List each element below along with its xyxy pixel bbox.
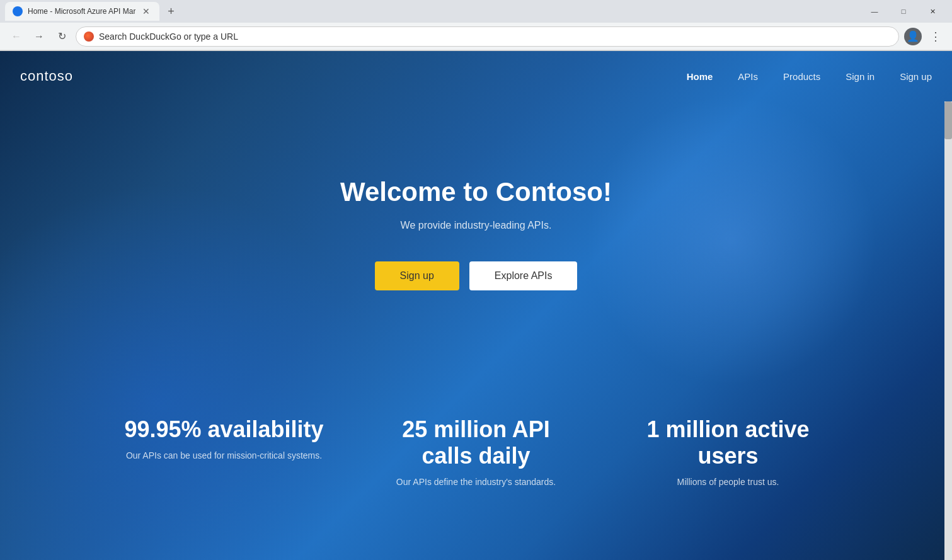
browser-chrome: Home - Microsoft Azure API Mar ✕ + — □ ✕… xyxy=(0,0,952,51)
stat-active-users-desc: Millions of people trust us. xyxy=(628,477,829,487)
title-bar: Home - Microsoft Azure API Mar ✕ + — □ ✕ xyxy=(0,0,952,23)
nav-link-products[interactable]: Products xyxy=(783,71,820,82)
new-tab-button[interactable]: + xyxy=(162,3,180,20)
forward-button[interactable]: → xyxy=(30,28,48,45)
stat-active-users: 1 million active users Millions of peopl… xyxy=(602,404,854,500)
hero-title: Welcome to Contoso! xyxy=(340,177,612,207)
url-bar[interactable]: Search DuckDuckGo or type a URL xyxy=(76,26,899,47)
hero-subtitle: We provide industry-leading APIs. xyxy=(401,220,552,231)
nav-links: Home APIs Products Sign in Sign up xyxy=(687,71,932,82)
minimize-button[interactable]: — xyxy=(860,0,889,23)
url-text: Search DuckDuckGo or type a URL xyxy=(99,31,891,42)
hero-section: Welcome to Contoso! We provide industry-… xyxy=(0,101,952,341)
browser-menu-icon[interactable]: ⋮ xyxy=(927,28,944,45)
nav-link-signin[interactable]: Sign in xyxy=(846,71,875,82)
nav-link-home[interactable]: Home xyxy=(687,71,713,82)
window-controls: — □ ✕ xyxy=(860,0,947,23)
nav-link-apis[interactable]: APIs xyxy=(738,71,758,82)
back-button[interactable]: ← xyxy=(8,28,25,45)
site-navigation: contoso Home APIs Products Sign in Sign … xyxy=(0,51,952,101)
stat-api-calls-number: 25 million API calls daily xyxy=(376,416,577,469)
refresh-button[interactable]: ↻ xyxy=(53,28,71,45)
hero-buttons: Sign up Explore APIs xyxy=(375,261,578,290)
hero-explore-button[interactable]: Explore APIs xyxy=(469,261,578,290)
stat-availability-number: 99.95% availability xyxy=(123,416,325,443)
nav-link-signup[interactable]: Sign up xyxy=(900,71,932,82)
hero-signup-button[interactable]: Sign up xyxy=(375,261,459,290)
stats-section: 99.95% availability Our APIs can be used… xyxy=(0,366,952,525)
stat-availability: 99.95% availability Our APIs can be used… xyxy=(98,404,350,500)
browser-tab[interactable]: Home - Microsoft Azure API Mar ✕ xyxy=(5,2,159,21)
stat-availability-desc: Our APIs can be used for mission-critica… xyxy=(123,450,325,460)
stat-active-users-number: 1 million active users xyxy=(628,416,829,469)
tab-close-button[interactable]: ✕ xyxy=(141,6,152,17)
tab-favicon-icon xyxy=(13,6,23,16)
tab-title: Home - Microsoft Azure API Mar xyxy=(28,7,135,16)
maximize-button[interactable]: □ xyxy=(889,0,918,23)
stat-api-calls-desc: Our APIs define the industry's standards… xyxy=(376,477,577,487)
profile-icon[interactable]: 👤 xyxy=(904,28,922,45)
address-bar: ← → ↻ Search DuckDuckGo or type a URL 👤 … xyxy=(0,23,952,50)
url-favicon-icon xyxy=(84,31,94,42)
website-content: contoso Home APIs Products Sign in Sign … xyxy=(0,51,952,560)
site-logo: contoso xyxy=(20,68,687,84)
stat-api-calls: 25 million API calls daily Our APIs defi… xyxy=(350,404,602,500)
close-button[interactable]: ✕ xyxy=(918,0,947,23)
